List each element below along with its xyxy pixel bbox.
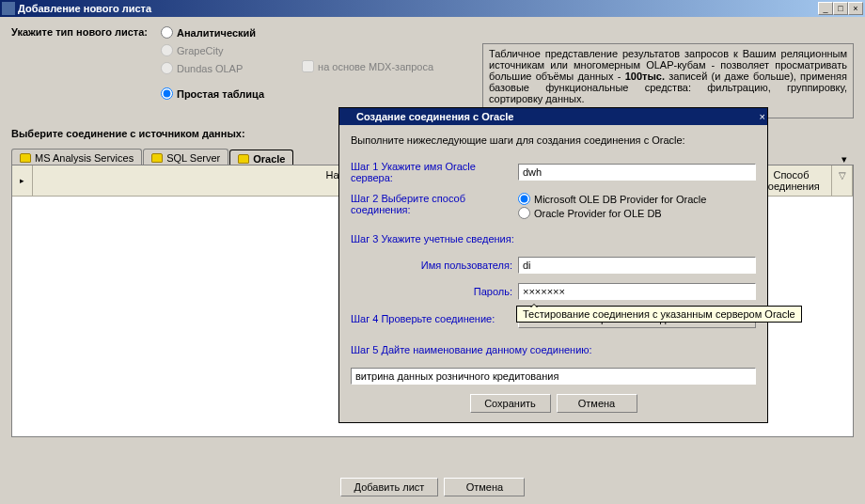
maximize-button[interactable]: □ <box>833 2 848 15</box>
description-bold: 100тыс. <box>625 71 665 82</box>
grid-filter[interactable]: ▽ <box>832 165 853 196</box>
tab-oracle-label: Oracle <box>253 153 285 165</box>
database-icon <box>151 153 163 163</box>
main-window: Добавление нового листа _ □ × Укажите ти… <box>0 0 865 504</box>
username-label: Имя пользователя: <box>351 260 518 271</box>
step4-label: Шаг 4 Проверьте соединение: <box>351 313 518 324</box>
radio-provider-ora-label: Oracle Provider for OLE DB <box>534 208 662 219</box>
mdx-checkbox: на основе MDX-запроса <box>302 60 433 72</box>
cursor-icon: ▸ <box>20 176 24 185</box>
radio-analytical[interactable]: Аналитический <box>161 26 264 39</box>
radio-provider-ms[interactable]: Microsoft OLE DB Provider for Oracle <box>518 193 756 205</box>
radio-simple-table[interactable]: Простая таблица <box>161 87 264 100</box>
modal-cancel-button[interactable]: Отмена <box>557 394 637 413</box>
app-icon <box>2 2 15 15</box>
radio-grapecity-input <box>161 44 173 56</box>
radio-grapecity[interactable]: GrapeCity <box>161 44 264 56</box>
test-connection-tooltip: Тестирование соединения с указанным серв… <box>516 306 802 323</box>
modal-intro: Выполните нижеследующие шаги для создани… <box>351 134 756 146</box>
connection-name-input[interactable] <box>351 368 756 385</box>
bottom-cancel-button[interactable]: Отмена <box>444 478 525 496</box>
database-icon <box>20 153 31 163</box>
main-titlebar: Добавление нового листа _ □ × <box>0 0 865 17</box>
grid-row-selector[interactable]: ▸ <box>12 165 33 196</box>
step1-label: Шаг 1 Укажите имя Oracle сервера: <box>351 161 518 183</box>
radio-analytical-label: Аналитический <box>177 27 256 39</box>
mdx-checkbox-input <box>302 60 314 72</box>
radio-provider-ora-input[interactable] <box>518 207 530 219</box>
save-button[interactable]: Сохранить <box>470 394 551 413</box>
tab-sql-server-label: SQL Server <box>166 152 220 164</box>
username-input[interactable] <box>518 257 756 274</box>
password-input[interactable] <box>518 283 756 300</box>
close-button[interactable]: × <box>848 2 863 15</box>
radio-dundas[interactable]: Dundas OLAP <box>161 62 264 74</box>
database-icon <box>238 154 249 164</box>
window-title: Добавление нового листа <box>18 3 818 14</box>
radio-dundas-label: Dundas OLAP <box>177 63 243 74</box>
add-sheet-button[interactable]: Добавить лист <box>340 478 439 496</box>
filter-icon: ▽ <box>839 170 846 181</box>
radio-dundas-input <box>161 62 173 74</box>
step3-label: Шаг 3 Укажите учетные сведения: <box>351 233 518 244</box>
modal-title: Создание соединения с Oracle <box>356 111 760 122</box>
step2-label: Шаг 2 Выберите способ соединения: <box>351 193 518 215</box>
server-input[interactable] <box>518 164 756 181</box>
password-label: Пароль: <box>351 286 518 297</box>
database-icon <box>341 112 353 121</box>
tab-ms-analysis-label: MS Analysis Services <box>35 152 134 164</box>
radio-grapecity-label: GrapeCity <box>177 45 224 56</box>
radio-provider-ms-input[interactable] <box>518 193 530 205</box>
minimize-button[interactable]: _ <box>818 2 833 15</box>
grid-col-method-label: Способ соединения <box>763 169 820 192</box>
tab-sql-server[interactable]: SQL Server <box>143 149 228 165</box>
oracle-connection-modal: Создание соединения с Oracle × Выполните… <box>338 107 768 423</box>
bottom-buttons: Добавить лист Отмена <box>0 478 865 496</box>
sheet-type-label: Укажите тип нового листа: <box>11 26 148 38</box>
radio-provider-ms-label: Microsoft OLE DB Provider for Oracle <box>534 194 706 205</box>
step5-label: Шаг 5 Дайте наименование данному соедине… <box>351 344 592 355</box>
radio-provider-ora[interactable]: Oracle Provider for OLE DB <box>518 207 756 219</box>
tab-ms-analysis[interactable]: MS Analysis Services <box>11 149 142 165</box>
modal-close-button[interactable]: × <box>760 111 765 122</box>
radio-simple-table-input[interactable] <box>161 87 173 100</box>
radio-analytical-input[interactable] <box>161 26 173 39</box>
radio-simple-table-label: Простая таблица <box>177 88 264 100</box>
modal-titlebar: Создание соединения с Oracle × <box>339 108 767 125</box>
mdx-checkbox-label: на основе MDX-запроса <box>318 61 433 72</box>
